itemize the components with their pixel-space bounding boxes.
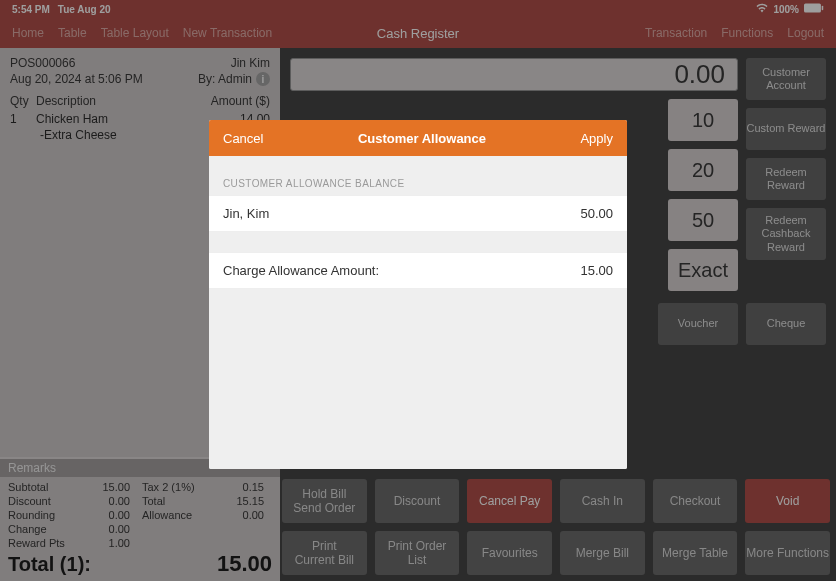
charge-label: Charge Allowance Amount: [223,263,379,278]
modal-section-label: CUSTOMER ALLOWANCE BALANCE [209,170,627,195]
modal-title: Customer Allowance [358,131,486,146]
charge-amount-row[interactable]: Charge Allowance Amount: 15.00 [209,252,627,289]
allowance-balance-row: Jin, Kim 50.00 [209,195,627,232]
modal-cancel-button[interactable]: Cancel [223,131,263,146]
customer-allowance-modal: Cancel Customer Allowance Apply CUSTOMER… [209,120,627,469]
allowance-balance: 50.00 [580,206,613,221]
customer-name: Jin, Kim [223,206,269,221]
modal-apply-button[interactable]: Apply [580,131,613,146]
charge-value[interactable]: 15.00 [580,263,613,278]
